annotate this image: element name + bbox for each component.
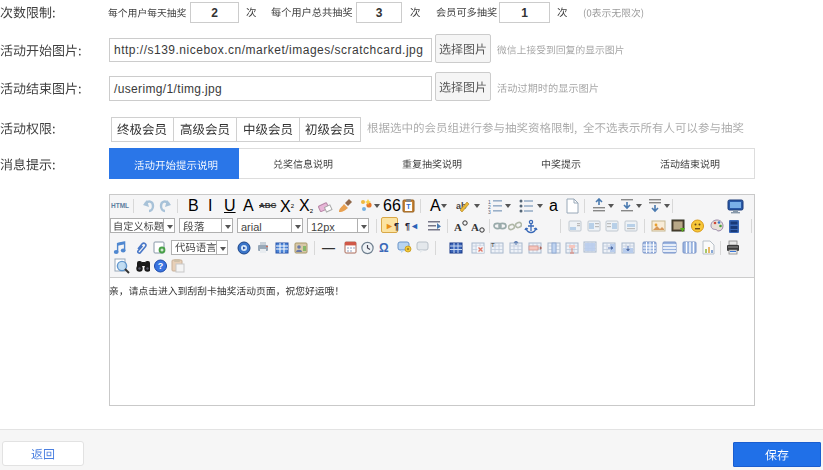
- svg-text:?: ?: [158, 261, 164, 271]
- svg-text:A: A: [454, 221, 462, 233]
- svg-text:3: 3: [488, 208, 491, 214]
- svg-text:T: T: [491, 242, 495, 248]
- svg-text:A: A: [471, 221, 479, 233]
- svg-text:T: T: [406, 203, 411, 210]
